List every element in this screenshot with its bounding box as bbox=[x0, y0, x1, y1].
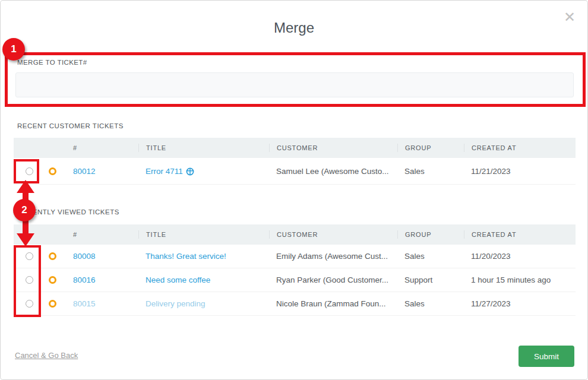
ticket-state-open-icon bbox=[49, 167, 56, 175]
annotation-arrow-up-shaft bbox=[23, 191, 29, 206]
annotation-badge-1: 1 bbox=[2, 38, 25, 61]
table-row-80008[interactable]: 80008 Thanks! Great service! Emily Adams… bbox=[14, 245, 576, 268]
ticket-customer: Nicole Braun (Zammad Foun... bbox=[269, 299, 397, 308]
column-header-customer: CUSTOMER bbox=[269, 144, 397, 152]
ticket-number-link[interactable]: 80015 bbox=[66, 299, 138, 308]
merge-target-radio[interactable] bbox=[26, 252, 33, 260]
merge-target-radio[interactable] bbox=[26, 300, 33, 308]
ticket-title-link[interactable]: Error 4711 bbox=[146, 167, 183, 176]
ticket-created-at: 11/27/2023 bbox=[464, 299, 576, 308]
ticket-state-open-icon bbox=[49, 252, 56, 260]
ticket-created-at: 1 hour 15 minutes ago bbox=[464, 276, 576, 284]
ticket-number-link[interactable]: 80008 bbox=[66, 252, 138, 261]
table-row-80015[interactable]: 80015 Delivery pending Nicole Braun (Zam… bbox=[14, 292, 576, 316]
ticket-created-at: 11/20/2023 bbox=[464, 252, 576, 261]
merge-to-ticket-input[interactable] bbox=[15, 72, 574, 97]
recently-viewed-tickets-label: RECENTLY VIEWED TICKETS bbox=[17, 208, 119, 216]
ticket-customer: Samuel Lee (Awesome Custo... bbox=[269, 167, 397, 176]
dialog-title: Merge bbox=[1, 20, 587, 36]
column-header-customer: CUSTOMER bbox=[269, 230, 397, 239]
ticket-group: Sales bbox=[397, 299, 464, 308]
table-row-80012[interactable]: 80012 Error 4711 Samuel Lee (Awesome Cus… bbox=[14, 158, 576, 185]
table-header: # TITLE CUSTOMER GROUP CREATED AT bbox=[14, 138, 576, 158]
ticket-customer: Emily Adams (Awesome Cust... bbox=[269, 252, 397, 261]
column-header-created-at: CREATED AT bbox=[464, 144, 576, 152]
recent-customer-tickets-label: RECENT CUSTOMER TICKETS bbox=[17, 122, 124, 129]
close-icon[interactable]: ✕ bbox=[564, 10, 576, 24]
column-header-group: GROUP bbox=[397, 144, 464, 152]
ticket-title-link[interactable]: Delivery pending bbox=[138, 299, 269, 308]
cancel-go-back-link[interactable]: Cancel & Go Back bbox=[15, 351, 78, 360]
ticket-number-link[interactable]: 80012 bbox=[66, 167, 138, 176]
ticket-group: Sales bbox=[397, 252, 464, 261]
column-header-title: TITLE bbox=[138, 144, 269, 152]
column-header-group: GROUP bbox=[397, 230, 464, 239]
ticket-state-open-icon bbox=[49, 276, 56, 284]
column-header-title: TITLE bbox=[138, 230, 269, 239]
column-header-created-at: CREATED AT bbox=[464, 230, 576, 239]
ticket-group: Support bbox=[397, 276, 464, 284]
merge-target-radio[interactable] bbox=[26, 167, 33, 175]
ticket-group: Sales bbox=[397, 167, 464, 176]
ticket-customer: Ryan Parker (Good Customer... bbox=[269, 276, 397, 284]
table-row-80016[interactable]: 80016 Need some coffee Ryan Parker (Good… bbox=[14, 268, 576, 292]
merge-dialog: Merge ✕ MERGE TO TICKET# RECENT CUSTOMER… bbox=[0, 0, 588, 380]
merge-to-ticket-label: MERGE TO TICKET# bbox=[17, 59, 87, 66]
ticket-created-at: 11/21/2023 bbox=[464, 167, 576, 176]
column-header-number: # bbox=[66, 144, 138, 151]
ticket-title-badge-icon bbox=[186, 167, 194, 176]
ticket-state-open-icon bbox=[49, 300, 56, 308]
recently-viewed-tickets-table: # TITLE CUSTOMER GROUP CREATED AT 80008 … bbox=[14, 224, 576, 316]
recent-customer-tickets-table: # TITLE CUSTOMER GROUP CREATED AT 80012 … bbox=[14, 138, 576, 185]
submit-button[interactable]: Submit bbox=[519, 346, 574, 367]
table-header: # TITLE CUSTOMER GROUP CREATED AT bbox=[14, 224, 576, 245]
ticket-title-link[interactable]: Need some coffee bbox=[138, 276, 269, 284]
column-header-number: # bbox=[66, 231, 138, 238]
ticket-number-link[interactable]: 80016 bbox=[66, 276, 138, 284]
ticket-title-link[interactable]: Thanks! Great service! bbox=[138, 252, 269, 261]
merge-target-radio[interactable] bbox=[26, 276, 33, 284]
